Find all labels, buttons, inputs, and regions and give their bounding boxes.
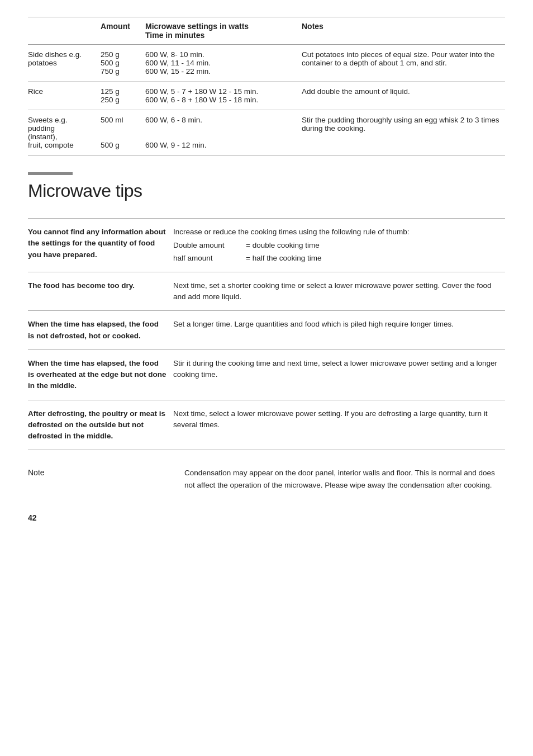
rule-of-thumb-grid: Double amount = double cooking time half… <box>173 240 498 264</box>
food-cell: Rice <box>28 82 101 110</box>
notes-cell: Add double the amount of liquid. <box>302 82 505 110</box>
tips-table: You cannot find any information about th… <box>28 218 505 450</box>
problem-cell: The food has become too dry. <box>28 272 173 311</box>
double-amount-label: Double amount <box>173 240 246 251</box>
section-divider <box>28 172 73 175</box>
problem-cell: You cannot find any information about th… <box>28 219 173 272</box>
problem-cell: When the time has elapsed, the food is n… <box>28 311 173 350</box>
tips-row: After defrosting, the poultry or meat is… <box>28 400 505 450</box>
header-food <box>28 17 101 45</box>
amount-cell: 500 ml500 g <box>101 110 145 155</box>
header-amount: Amount <box>101 17 145 45</box>
notes-cell: Stir the pudding thoroughly using an egg… <box>302 110 505 155</box>
settings-cell: 600 W, 6 - 8 min.600 W, 9 - 12 min. <box>145 110 302 155</box>
section-title: Microwave tips <box>28 181 505 201</box>
solution-cell: Next time, set a shorter cooking time or… <box>173 272 505 311</box>
table-row: Sweets e.g.pudding(instant),fruit, compo… <box>28 110 505 155</box>
half-amount-label: half amount <box>173 253 246 264</box>
header-notes: Notes <box>302 17 505 45</box>
table-row: Side dishes e.g.potatoes 250 g500 g750 g… <box>28 45 505 82</box>
amount-cell: 250 g500 g750 g <box>101 45 145 82</box>
solution-cell: Set a longer time. Large quantities and … <box>173 311 505 350</box>
problem-cell: When the time has elapsed, the food is o… <box>28 349 173 400</box>
amount-cell: 125 g250 g <box>101 82 145 110</box>
settings-cell: 600 W, 8- 10 min.600 W, 11 - 14 min.600 … <box>145 45 302 82</box>
cooking-table: Amount Microwave settings in wattsTime i… <box>28 17 505 155</box>
page-number: 42 <box>28 513 505 522</box>
tips-row: You cannot find any information about th… <box>28 219 505 272</box>
note-label: Note <box>28 467 173 491</box>
note-content: Condensation may appear on the door pane… <box>184 467 505 491</box>
tips-row: When the time has elapsed, the food is o… <box>28 349 505 400</box>
tips-row: When the time has elapsed, the food is n… <box>28 311 505 350</box>
table-row: Rice 125 g250 g 600 W, 5 - 7 + 180 W 12 … <box>28 82 505 110</box>
solution-cell: Next time, select a lower microwave powe… <box>173 400 505 450</box>
double-amount-value: = double cooking time <box>246 240 498 251</box>
half-amount-value: = half the cooking time <box>246 253 498 264</box>
settings-cell: 600 W, 5 - 7 + 180 W 12 - 15 min.600 W, … <box>145 82 302 110</box>
header-settings: Microwave settings in wattsTime in minut… <box>145 17 302 45</box>
problem-cell: After defrosting, the poultry or meat is… <box>28 400 173 450</box>
food-cell: Side dishes e.g.potatoes <box>28 45 101 82</box>
food-cell: Sweets e.g.pudding(instant),fruit, compo… <box>28 110 101 155</box>
note-section: Note Condensation may appear on the door… <box>28 467 505 491</box>
tips-row: The food has become too dry. Next time, … <box>28 272 505 311</box>
solution-cell: Stir it during the cooking time and next… <box>173 349 505 400</box>
notes-cell: Cut potatoes into pieces of equal size. … <box>302 45 505 82</box>
solution-cell: Increase or reduce the cooking times usi… <box>173 219 505 272</box>
